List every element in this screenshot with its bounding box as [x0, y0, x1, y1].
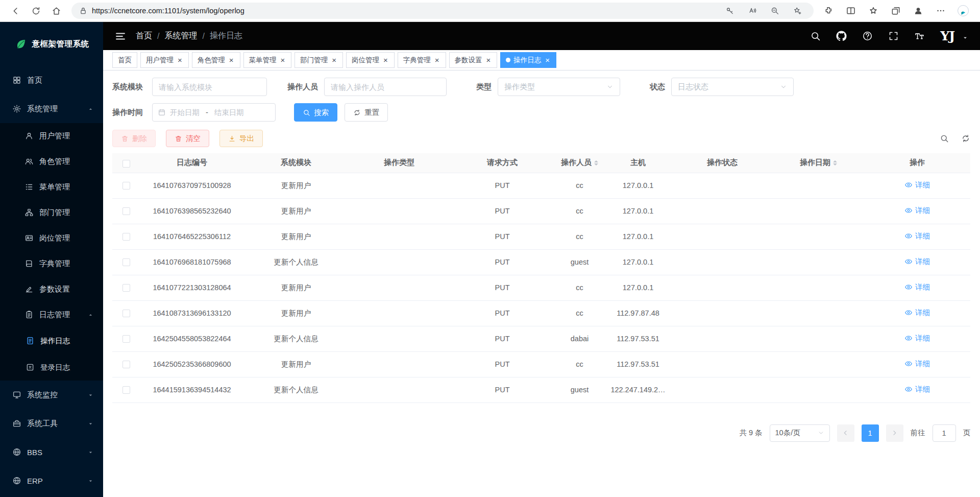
detail-link[interactable]: 详细 [904, 282, 930, 292]
extensions-button[interactable] [820, 2, 837, 19]
clear-button[interactable]: 清空 [166, 130, 209, 147]
sort-desc-icon[interactable] [594, 163, 598, 168]
bing-button[interactable] [954, 2, 972, 19]
fullscreen-icon[interactable] [888, 31, 899, 41]
sidebar-item-home[interactable]: 首页 [0, 66, 103, 94]
close-icon[interactable]: × [485, 56, 492, 64]
tab-dict[interactable]: 字典管理× [398, 52, 446, 68]
tab-param[interactable]: 参数设置× [449, 52, 498, 68]
row-checkbox[interactable] [122, 182, 130, 190]
date-range-picker[interactable]: 开始日期 - 结束日期 [152, 103, 276, 122]
browser-reload-button[interactable] [27, 2, 45, 19]
tab-operlog[interactable]: 操作日志× [500, 52, 556, 68]
close-icon[interactable]: × [331, 56, 337, 64]
sort-carets[interactable] [833, 158, 837, 168]
close-icon[interactable]: × [544, 56, 551, 64]
type-select[interactable]: 操作类型 [498, 78, 620, 96]
detail-link[interactable]: 详细 [904, 385, 930, 394]
tab-user[interactable]: 用户管理× [140, 52, 189, 68]
next-page-button[interactable] [886, 424, 903, 442]
sidebar-item-dept[interactable]: 部门管理 [0, 200, 103, 225]
sort-desc-icon[interactable] [833, 163, 837, 168]
prev-page-button[interactable] [837, 424, 854, 442]
module-input[interactable] [152, 78, 267, 96]
row-checkbox[interactable] [122, 233, 130, 241]
breadcrumb-item-1[interactable]: 首页 [136, 31, 152, 41]
sidebar-item-role[interactable]: 角色管理 [0, 149, 103, 174]
font-size-icon[interactable] [914, 31, 925, 41]
row-checkbox[interactable] [122, 207, 130, 215]
sidebar-item-erp[interactable]: ERP [0, 466, 103, 495]
sidebar-item-dict[interactable]: 字典管理 [0, 251, 103, 276]
hamburger-icon[interactable] [114, 30, 127, 42]
select-all-checkbox[interactable] [122, 160, 130, 168]
detail-link[interactable]: 详细 [904, 231, 930, 241]
app-logo[interactable]: 意框架管理系统 [0, 22, 103, 66]
sidebar-item-monitor[interactable]: 系统监控 [0, 381, 103, 409]
tab-menu[interactable]: 菜单管理× [243, 52, 292, 68]
detail-link[interactable]: 详细 [904, 334, 930, 343]
row-checkbox[interactable] [122, 386, 130, 394]
close-icon[interactable]: × [382, 56, 389, 64]
operator-input[interactable] [324, 78, 447, 96]
column-header-operator[interactable]: 操作人员 [555, 153, 604, 173]
breadcrumb-item-2[interactable]: 系统管理 [164, 31, 197, 41]
page-number-button[interactable]: 1 [862, 424, 879, 442]
question-icon[interactable] [862, 31, 873, 41]
row-checkbox[interactable] [122, 310, 130, 317]
sidebar-item-yi[interactable]: Yi框架 [0, 495, 103, 497]
search-button[interactable]: 搜索 [294, 103, 337, 122]
sort-asc-icon[interactable] [594, 158, 598, 162]
tab-dept[interactable]: 部门管理× [295, 52, 343, 68]
detail-link[interactable]: 详细 [904, 180, 930, 190]
close-icon[interactable]: × [177, 56, 183, 64]
tab-role[interactable]: 角色管理× [192, 52, 240, 68]
row-checkbox[interactable] [122, 284, 130, 292]
github-icon[interactable] [836, 31, 847, 41]
sidebar-item-post[interactable]: 岗位管理 [0, 225, 103, 251]
export-button[interactable]: 导出 [219, 130, 263, 147]
favorites-button[interactable] [865, 2, 882, 19]
search-icon[interactable] [810, 31, 821, 41]
split-screen-button[interactable] [842, 2, 860, 19]
browser-back-button[interactable] [6, 2, 24, 19]
detail-link[interactable]: 详细 [904, 308, 930, 318]
sidebar-item-user[interactable]: 用户管理 [0, 123, 103, 149]
brand-logo[interactable]: YJ [940, 29, 954, 43]
sort-carets[interactable] [594, 158, 598, 168]
row-checkbox[interactable] [122, 335, 130, 343]
detail-link[interactable]: 详细 [904, 359, 930, 369]
sidebar-item-operlog[interactable]: 操作日志 [0, 327, 103, 354]
status-select[interactable]: 日志状态 [671, 78, 794, 96]
goto-page-input[interactable] [933, 424, 956, 442]
collections-button[interactable] [887, 2, 904, 19]
row-checkbox[interactable] [122, 361, 130, 368]
sidebar-item-log[interactable]: 日志管理 [0, 302, 103, 327]
sidebar-item-system[interactable]: 系统管理 [0, 94, 103, 123]
show-search-icon[interactable] [940, 134, 949, 143]
column-header-date[interactable]: 操作日期 [773, 153, 864, 173]
profile-button[interactable] [910, 2, 927, 19]
delete-button[interactable]: 删除 [112, 130, 156, 147]
page-size-select[interactable]: 10条/页 [770, 424, 830, 442]
password-key-button[interactable] [721, 2, 739, 19]
row-checkbox[interactable] [122, 258, 130, 266]
sidebar-item-param[interactable]: 参数设置 [0, 276, 103, 302]
address-bar[interactable]: https://ccnetcore.com:1101/system/log/op… [71, 3, 814, 19]
detail-link[interactable]: 详细 [904, 206, 930, 216]
close-icon[interactable]: × [434, 56, 440, 64]
sort-asc-icon[interactable] [833, 158, 837, 162]
reset-button[interactable]: 重置 [345, 103, 388, 122]
sidebar-item-loginlog[interactable]: 登录日志 [0, 354, 103, 381]
close-icon[interactable]: × [228, 56, 235, 64]
browser-menu-button[interactable] [932, 2, 949, 19]
refresh-table-icon[interactable] [961, 134, 970, 143]
read-aloud-button[interactable] [743, 2, 762, 19]
detail-link[interactable]: 详细 [904, 257, 930, 267]
close-icon[interactable]: × [280, 56, 286, 64]
tab-home[interactable]: 首页 [112, 52, 137, 68]
tab-post[interactable]: 岗位管理× [346, 52, 395, 68]
sidebar-item-menu[interactable]: 菜单管理 [0, 174, 103, 200]
browser-home-button[interactable] [47, 2, 65, 19]
add-favorite-button[interactable] [788, 2, 806, 19]
